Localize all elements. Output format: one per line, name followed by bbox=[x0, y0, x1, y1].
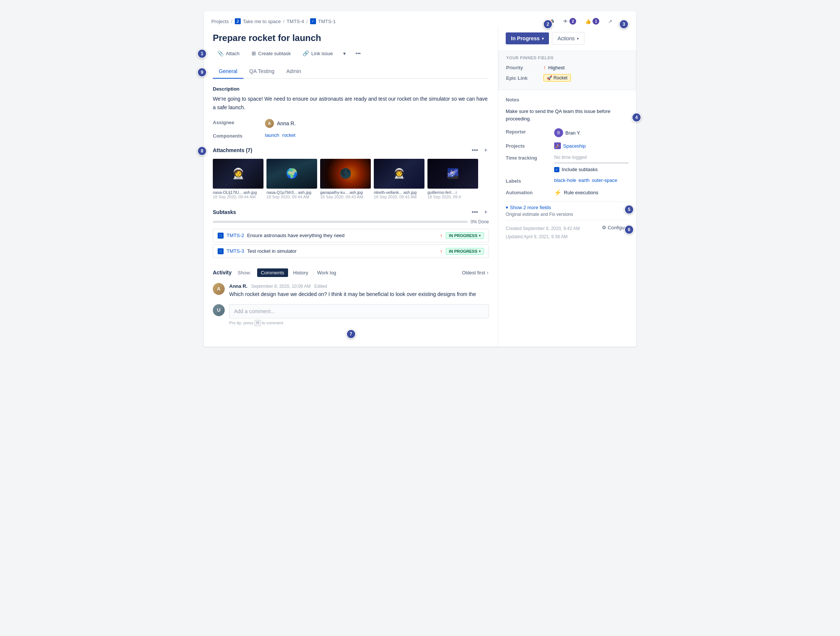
divider bbox=[506, 201, 629, 202]
link-icon: 🔗 bbox=[303, 50, 309, 56]
activity-section: Activity Show: Comments History Work log… bbox=[213, 268, 489, 326]
breadcrumb-project[interactable]: Take me to space bbox=[243, 19, 281, 24]
subtask-row: □ TMTS-3 Test rocket in simulator ↑ IN P… bbox=[213, 245, 489, 258]
attachment-item[interactable]: 🌑 ganapathy-ku... ash.jpg 18 Sep 2020, 0… bbox=[320, 159, 371, 199]
attachments-add-button[interactable]: + bbox=[483, 146, 489, 154]
breadcrumb-projects[interactable]: Projects bbox=[211, 19, 229, 24]
labels-value: black-hole earth outer-space bbox=[554, 177, 629, 183]
subtask-icon: □ bbox=[218, 248, 224, 254]
time-tracking-field: Time tracking No time logged ✓ Include s… bbox=[506, 154, 629, 172]
gear-icon: ⚙ bbox=[602, 225, 606, 230]
activity-tab-history[interactable]: History bbox=[290, 268, 312, 277]
watch-button[interactable]: 👁 2 bbox=[561, 16, 578, 26]
status-bar: 2 3 In Progress ▾ Actions ▾ bbox=[498, 26, 636, 51]
tab-qa-testing[interactable]: QA Testing bbox=[243, 65, 280, 79]
project-link[interactable]: Spaceship bbox=[563, 143, 586, 149]
activity-tab-comments[interactable]: Comments bbox=[257, 268, 288, 277]
assignee-avatar: A bbox=[265, 119, 274, 128]
checkbox-icon[interactable]: ✓ bbox=[554, 167, 559, 172]
add-comment-input[interactable]: Add a comment... bbox=[229, 304, 489, 318]
issue-title: Prepare rocket for launch bbox=[213, 26, 489, 48]
annotation-2: 2 bbox=[543, 19, 553, 29]
status-button[interactable]: In Progress ▾ bbox=[506, 32, 549, 44]
notes-label: Notes bbox=[506, 96, 554, 103]
actions-arrow-icon: ▾ bbox=[577, 36, 579, 41]
labels-label: Labels bbox=[506, 177, 554, 184]
priority-up-icon: ↑ bbox=[543, 65, 546, 70]
subtask-status-arrow: ▾ bbox=[479, 234, 481, 237]
show-more-fields[interactable]: ▾ Show 2 more fields bbox=[506, 205, 629, 210]
share-button[interactable]: ↗ bbox=[606, 17, 614, 26]
tabs-container: 9 General QA Testing Admin bbox=[213, 65, 489, 79]
toolbar-more-button[interactable]: ••• bbox=[352, 49, 365, 59]
epic-badge[interactable]: 🚀 Rocket bbox=[543, 74, 571, 82]
projects-label: Projects bbox=[506, 142, 554, 149]
attachment-thumb-5: 🌌 bbox=[428, 159, 478, 189]
components-value: launch rocket bbox=[265, 132, 489, 138]
subtask-status-2[interactable]: IN PROGRESS ▾ bbox=[446, 248, 484, 255]
attach-button[interactable]: 📎 Attach bbox=[213, 48, 244, 59]
tab-admin[interactable]: Admin bbox=[280, 65, 307, 79]
tab-general[interactable]: General bbox=[213, 65, 243, 79]
subtasks-more-button[interactable]: ••• bbox=[470, 208, 480, 216]
breadcrumb-issue[interactable]: TMTS-1 bbox=[318, 19, 336, 24]
pro-tip-key: M bbox=[254, 320, 261, 326]
annotation-7: 7 bbox=[346, 329, 356, 339]
attachments-actions: ••• + bbox=[470, 146, 489, 154]
reporter-field: Reporter B Bran Y. bbox=[506, 128, 629, 137]
description-section: Description We're going to space! We nee… bbox=[213, 86, 489, 111]
assignee-field: Assignee A Anna R. bbox=[213, 119, 489, 128]
attachments-more-button[interactable]: ••• bbox=[470, 146, 480, 154]
activity-tab-worklog[interactable]: Work log bbox=[313, 268, 340, 277]
like-count: 1 bbox=[592, 18, 599, 25]
component-launch[interactable]: launch bbox=[265, 132, 279, 138]
label-outer-space[interactable]: outer-space bbox=[592, 177, 617, 183]
label-black-hole[interactable]: black-hole bbox=[554, 177, 576, 183]
activity-title: Activity bbox=[213, 269, 232, 275]
comment-text: Which rocket design have we decided on? … bbox=[229, 290, 489, 298]
attachment-date-3: 18 Sep 2020, 09:43 AM bbox=[320, 195, 371, 199]
link-issue-button[interactable]: 🔗 Link issue bbox=[298, 48, 337, 59]
divider-2 bbox=[506, 220, 629, 220]
status-arrow-icon: ▾ bbox=[542, 36, 544, 41]
activity-tabs: Comments History Work log bbox=[257, 268, 340, 277]
breadcrumb-parent[interactable]: TMTS-4 bbox=[287, 19, 304, 24]
thumbs-up-icon: 👍 bbox=[585, 19, 591, 24]
epic-link-field: Epic Link 🚀 Rocket bbox=[506, 74, 628, 82]
subtask-icon: □ bbox=[218, 233, 224, 239]
comment-edited: Edited bbox=[314, 284, 327, 289]
actions-button[interactable]: Actions ▾ bbox=[552, 32, 584, 45]
description-label: Description bbox=[213, 86, 489, 92]
create-subtask-button[interactable]: ⊞ Create subtask bbox=[247, 48, 295, 59]
attachment-name-5: guillermo-ferl... i bbox=[428, 190, 478, 195]
subtasks-add-button[interactable]: + bbox=[483, 208, 489, 216]
annotation-4: 4 bbox=[632, 112, 641, 122]
activity-sort[interactable]: Oldest first ↑ bbox=[462, 270, 489, 275]
annotation-9: 9 bbox=[197, 68, 207, 77]
subtask-id-2[interactable]: TMTS-3 bbox=[227, 248, 244, 254]
projects-field: Projects 🚀 Spaceship bbox=[506, 142, 629, 149]
label-earth[interactable]: earth bbox=[578, 177, 590, 183]
breadcrumb: Projects / J Take me to space / TMTS-4 /… bbox=[211, 18, 336, 24]
attachment-thumb-4: 👨‍🚀 bbox=[374, 159, 425, 189]
subtask-id-1[interactable]: TMTS-2 bbox=[227, 233, 244, 238]
like-button[interactable]: 👍 1 bbox=[583, 16, 602, 26]
annotation-8: 8 bbox=[197, 146, 207, 156]
subtask-row: □ TMTS-2 Ensure astronauts have everythi… bbox=[213, 229, 489, 242]
attachment-item[interactable]: 🧑‍🚀 nasa-OLlj17tU... ash.jpg 18 Sep 2020… bbox=[213, 159, 264, 199]
attachment-thumb-1: 🧑‍🚀 bbox=[213, 159, 264, 189]
attachment-item[interactable]: 🌌 guillermo-ferl... i 18 Sep 2020, 09:4 bbox=[428, 159, 478, 199]
subtask-status-arrow-2: ▾ bbox=[479, 249, 481, 253]
attachment-item[interactable]: 👨‍🚀 niketh-vellank... ash.jpg 18 Sep 202… bbox=[374, 159, 425, 199]
component-rocket[interactable]: rocket bbox=[282, 132, 295, 138]
project-icon: J bbox=[235, 18, 241, 24]
priority-value: ↑ Highest bbox=[543, 65, 565, 70]
annotation-3: 3 bbox=[619, 19, 629, 29]
annotation-1: 1 bbox=[197, 49, 207, 59]
subtask-status-1[interactable]: IN PROGRESS ▾ bbox=[446, 232, 484, 239]
toolbar-dropdown-button[interactable]: ▾ bbox=[340, 49, 349, 59]
attachment-item[interactable]: 🌍 nasa-Q1p7bh3... ash.jpg 18 Sep 2020, 0… bbox=[267, 159, 317, 199]
attachment-name-1: nasa-OLlj17tU... ash.jpg bbox=[213, 190, 264, 195]
include-subtasks: ✓ Include subtasks bbox=[554, 167, 629, 172]
attachments-section: 8 Attachments (7) ••• + bbox=[213, 146, 489, 199]
